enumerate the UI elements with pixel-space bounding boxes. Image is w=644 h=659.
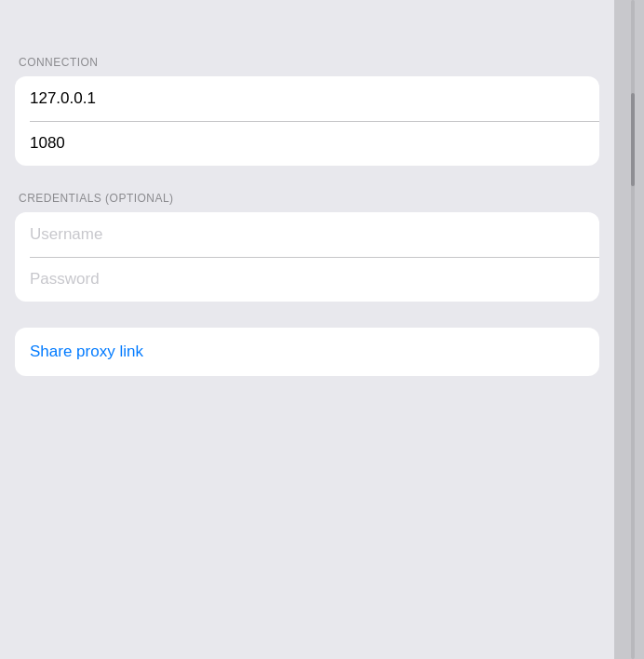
host-value: 127.0.0.1 bbox=[30, 89, 96, 107]
page-container: CONNECTION 127.0.0.1 1080 CREDENTIALS (O… bbox=[0, 0, 614, 659]
password-row[interactable]: Password bbox=[15, 257, 599, 302]
port-value: 1080 bbox=[30, 134, 65, 152]
credentials-label: CREDENTIALS (OPTIONAL) bbox=[15, 192, 599, 205]
credentials-section: CREDENTIALS (OPTIONAL) Username Password bbox=[15, 192, 599, 302]
username-placeholder: Username bbox=[30, 225, 102, 243]
connection-label: CONNECTION bbox=[15, 56, 599, 69]
host-row[interactable]: 127.0.0.1 bbox=[15, 76, 599, 121]
password-placeholder: Password bbox=[30, 270, 100, 288]
share-proxy-link[interactable]: Share proxy link bbox=[30, 343, 143, 360]
username-row[interactable]: Username bbox=[15, 212, 599, 257]
share-card[interactable]: Share proxy link bbox=[15, 328, 599, 376]
credentials-card: Username Password bbox=[15, 212, 599, 302]
scrollbar-track bbox=[631, 0, 635, 659]
scrollbar-thumb bbox=[631, 93, 635, 186]
port-row[interactable]: 1080 bbox=[15, 121, 599, 166]
connection-section: CONNECTION 127.0.0.1 1080 bbox=[15, 56, 599, 166]
connection-card: 127.0.0.1 1080 bbox=[15, 76, 599, 166]
scrollbar[interactable] bbox=[614, 0, 644, 659]
